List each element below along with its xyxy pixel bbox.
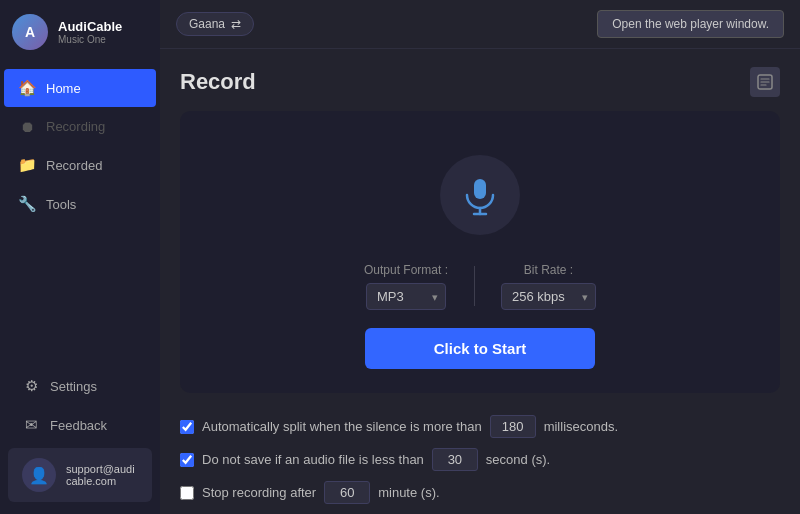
sidebar-bottom: ⚙ Settings ✉ Feedback 👤 support@audicabl… bbox=[0, 358, 160, 514]
main-content: Gaana ⇄ Open the web player window. Reco… bbox=[160, 0, 800, 514]
sidebar-nav: 🏠 Home ⏺ Recording 📁 Recorded 🔧 Tools bbox=[0, 64, 160, 358]
app-name: AudiCable bbox=[58, 19, 122, 34]
sidebar-item-settings-label: Settings bbox=[50, 379, 97, 394]
sidebar-item-recorded[interactable]: 📁 Recorded bbox=[4, 146, 156, 184]
mic-section bbox=[204, 135, 756, 263]
stop-after-value-input[interactable] bbox=[324, 481, 370, 504]
user-profile[interactable]: 👤 support@audicable.com bbox=[8, 448, 152, 502]
sidebar-item-home[interactable]: 🏠 Home bbox=[4, 69, 156, 107]
content-area: Record bbox=[160, 49, 800, 514]
tools-icon: 🔧 bbox=[18, 195, 36, 213]
home-icon: 🏠 bbox=[18, 79, 36, 97]
sidebar: A AudiCable Music One 🏠 Home ⏺ Recording… bbox=[0, 0, 160, 514]
logo-area: A AudiCable Music One bbox=[0, 0, 160, 64]
feedback-icon: ✉ bbox=[22, 416, 40, 434]
app-logo-icon: A bbox=[12, 14, 48, 50]
auto-split-option: Automatically split when the silence is … bbox=[180, 415, 780, 438]
service-settings-icon: ⇄ bbox=[231, 17, 241, 31]
no-save-short-option: Do not save if an audio file is less tha… bbox=[180, 448, 780, 471]
settings-icon: ⚙ bbox=[22, 377, 40, 395]
topbar: Gaana ⇄ Open the web player window. bbox=[160, 0, 800, 49]
no-save-short-label-suffix: second (s). bbox=[486, 452, 550, 467]
topbar-left: Gaana ⇄ bbox=[176, 12, 254, 36]
auto-split-label-prefix: Automatically split when the silence is … bbox=[202, 419, 482, 434]
output-format-group: Output Format : MP3 AAC FLAC WAV OGG AIF… bbox=[364, 263, 448, 310]
auto-split-value-input[interactable] bbox=[490, 415, 536, 438]
service-name: Gaana bbox=[189, 17, 225, 31]
mic-circle bbox=[440, 155, 520, 235]
sidebar-item-feedback[interactable]: ✉ Feedback bbox=[8, 406, 152, 444]
svg-rect-1 bbox=[474, 179, 486, 199]
avatar: 👤 bbox=[22, 458, 56, 492]
bit-rate-select-wrapper: 128 kbps 192 kbps 256 kbps 320 kbps bbox=[501, 283, 596, 310]
bit-rate-label: Bit Rate : bbox=[524, 263, 573, 277]
output-format-label: Output Format : bbox=[364, 263, 448, 277]
service-badge[interactable]: Gaana ⇄ bbox=[176, 12, 254, 36]
stop-after-checkbox[interactable] bbox=[180, 486, 194, 500]
no-save-short-label-prefix: Do not save if an audio file is less tha… bbox=[202, 452, 424, 467]
logo-text: AudiCable Music One bbox=[58, 19, 122, 45]
sidebar-item-feedback-label: Feedback bbox=[50, 418, 107, 433]
open-player-button[interactable]: Open the web player window. bbox=[597, 10, 784, 38]
recording-icon: ⏺ bbox=[18, 118, 36, 135]
page-title-row: Record bbox=[180, 67, 780, 97]
sidebar-item-settings[interactable]: ⚙ Settings bbox=[8, 367, 152, 405]
sidebar-item-recording-label: Recording bbox=[46, 119, 105, 134]
sidebar-item-home-label: Home bbox=[46, 81, 81, 96]
recorded-icon: 📁 bbox=[18, 156, 36, 174]
bit-rate-select[interactable]: 128 kbps 192 kbps 256 kbps 320 kbps bbox=[501, 283, 596, 310]
stop-after-label-suffix: minute (s). bbox=[378, 485, 439, 500]
user-email: support@audicable.com bbox=[66, 463, 138, 487]
auto-split-checkbox[interactable] bbox=[180, 420, 194, 434]
page-title: Record bbox=[180, 69, 256, 95]
sidebar-item-tools-label: Tools bbox=[46, 197, 76, 212]
sidebar-item-recorded-label: Recorded bbox=[46, 158, 102, 173]
stop-after-option: Stop recording after minute (s). bbox=[180, 481, 780, 504]
options-section: Automatically split when the silence is … bbox=[180, 411, 780, 508]
output-format-select-wrapper: MP3 AAC FLAC WAV OGG AIFF bbox=[366, 283, 446, 310]
app-subtitle: Music One bbox=[58, 34, 122, 45]
page-title-icon[interactable] bbox=[750, 67, 780, 97]
record-panel: Output Format : MP3 AAC FLAC WAV OGG AIF… bbox=[180, 111, 780, 393]
bit-rate-group: Bit Rate : 128 kbps 192 kbps 256 kbps 32… bbox=[501, 263, 596, 310]
controls-row: Output Format : MP3 AAC FLAC WAV OGG AIF… bbox=[204, 263, 756, 310]
no-save-short-checkbox[interactable] bbox=[180, 453, 194, 467]
controls-divider bbox=[474, 266, 475, 306]
stop-after-label-prefix: Stop recording after bbox=[202, 485, 316, 500]
sidebar-item-recording: ⏺ Recording bbox=[4, 108, 156, 145]
no-save-short-value-input[interactable] bbox=[432, 448, 478, 471]
sidebar-item-tools[interactable]: 🔧 Tools bbox=[4, 185, 156, 223]
mic-icon bbox=[459, 174, 501, 216]
start-button[interactable]: Click to Start bbox=[365, 328, 595, 369]
auto-split-label-suffix: milliseconds. bbox=[544, 419, 618, 434]
output-format-select[interactable]: MP3 AAC FLAC WAV OGG AIFF bbox=[366, 283, 446, 310]
